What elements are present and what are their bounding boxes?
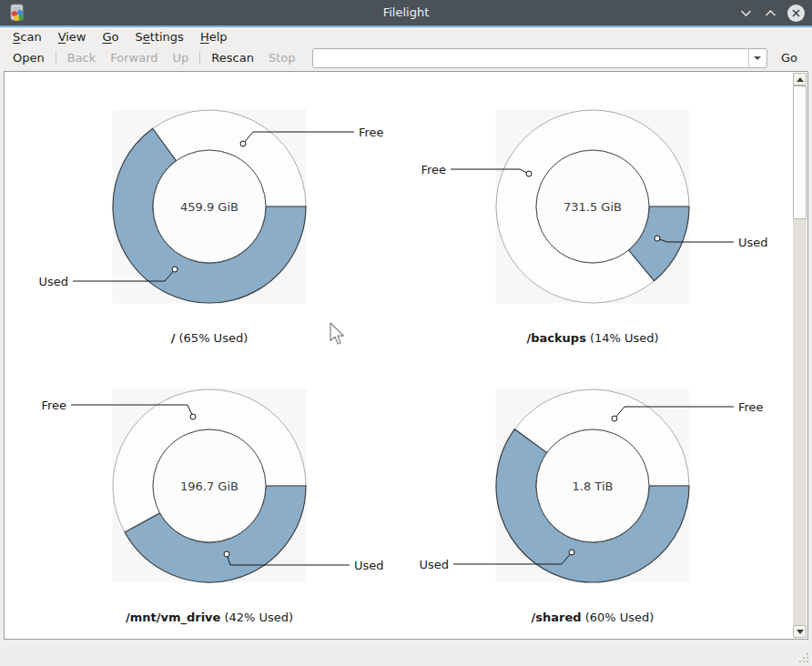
disk-chart-backups[interactable]: 731.5 GiBFreeUsed [421,110,767,304]
vertical-scrollbar[interactable] [793,73,807,638]
menu-view[interactable]: View [50,29,95,45]
disk-caption: /(65% Used) [73,331,346,345]
menu-help[interactable]: Help [192,29,236,45]
disk-chart-[interactable]: 459.9 GiBFreeUsed [38,110,383,304]
combobox-dropdown-icon[interactable] [748,49,766,67]
segment-label: Used [38,275,68,288]
overview-panel: 459.9 GiBFreeUsed731.5 GiBFreeUsed196.7 … [4,71,808,640]
maximize-button[interactable] [763,5,777,20]
forward-button: Forward [103,49,165,66]
up-button: Up [166,49,197,66]
disk-caption: /shared(60% Used) [456,610,729,624]
scroll-down-icon[interactable] [793,625,807,638]
menu-settings[interactable]: Settings [127,29,192,45]
window-title: Filelight [0,5,812,19]
close-button[interactable] [787,5,805,22]
go-button[interactable]: Go [774,49,805,66]
segment-label: Used [738,236,768,249]
segment-label: Used [354,559,384,572]
disk-caption: /mnt/vm_drive(42% Used) [73,610,346,624]
menu-scan[interactable]: Scan [5,29,50,45]
segment-label: Free [421,163,446,177]
rescan-button[interactable]: Rescan [204,49,261,66]
segment-label: Used [419,558,449,571]
toolbar-separator [199,51,200,65]
disk-overview-charts: 459.9 GiBFreeUsed731.5 GiBFreeUsed196.7 … [5,72,793,638]
disk-size-label: 1.8 TiB [573,479,614,493]
minimize-button[interactable] [738,5,753,20]
titlebar: Filelight [0,0,812,25]
open-button[interactable]: Open [5,49,52,66]
segment-label: Free [359,126,384,139]
close-icon [791,8,801,18]
disk-caption: /backups(14% Used) [456,331,729,345]
resize-grip[interactable] [797,651,810,664]
back-button: Back [60,49,104,66]
disk-size-label: 459.9 GiB [180,200,239,214]
stop-button: Stop [261,49,303,66]
disk-chart-shared[interactable]: 1.8 TiBFreeUsed [419,389,763,583]
scrollbar-thumb[interactable] [793,86,807,219]
disk-size-label: 196.7 GiB [180,479,239,493]
toolbar: Open Back Forward Up Rescan Stop Go [0,45,812,70]
disk-size-label: 731.5 GiB [563,200,622,214]
menu-go[interactable]: Go [94,29,127,45]
statusbar [0,641,812,666]
location-combobox [312,48,767,68]
menubar: Scan View Go Settings Help [0,27,812,45]
scroll-up-icon[interactable] [793,73,807,86]
segment-label: Free [41,399,66,412]
toolbar-separator [56,51,56,65]
segment-label: Free [738,400,764,414]
disk-chart-mnt-vm-drive[interactable]: 196.7 GiBFreeUsed [41,389,383,583]
location-input[interactable] [313,49,748,67]
